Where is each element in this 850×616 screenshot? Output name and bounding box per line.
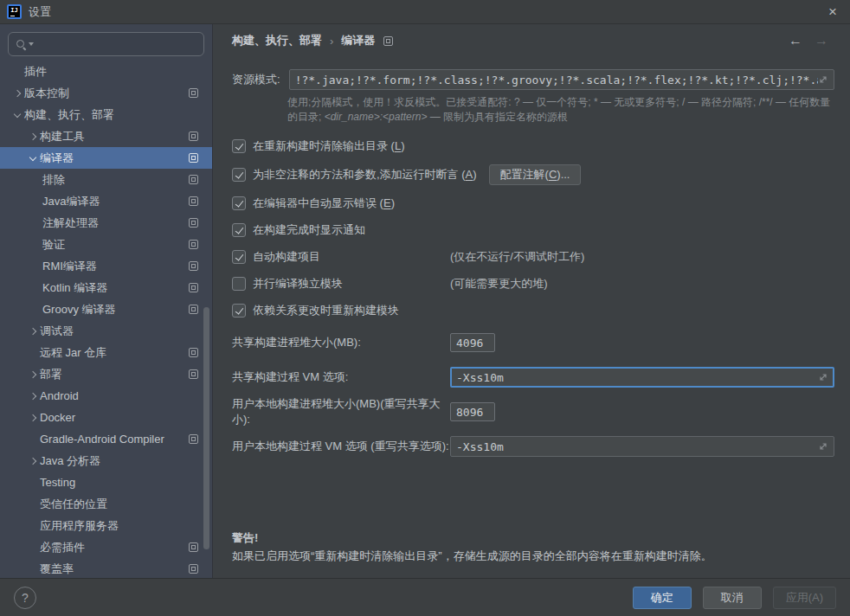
sidebar-item-compiler[interactable]: 编译器 [0, 147, 212, 169]
help-button[interactable]: ? [14, 587, 36, 609]
user-vm-options-row: 用户本地构建过程 VM 选项 (重写共享选项): -Xss10m [232, 435, 834, 458]
monitor-icon [189, 348, 198, 357]
sidebar-item-testing[interactable]: Testing [0, 472, 212, 493]
dialog-footer: ? 确定 取消 应用(A) [0, 578, 850, 616]
monitor-icon [189, 305, 198, 314]
checkbox-note: (仅在不运行/不调试时工作) [450, 249, 584, 265]
expand-icon[interactable] [818, 441, 828, 452]
sidebar-item-trusted-locations[interactable]: 受信任的位置 [0, 493, 212, 515]
checkbox-note: (可能需要更大的堆) [450, 276, 548, 292]
shared-vm-options-field[interactable]: -Xss10m [450, 367, 834, 388]
checkbox-row-build-notification: 在构建完成时显示通知 [232, 221, 834, 239]
resource-patterns-help: 使用;分隔模式，使用！求反模式。已接受通配符: ? — 仅一个符号; * — 无… [287, 95, 834, 125]
user-heap-size-input[interactable] [450, 402, 495, 421]
sidebar-item-debugger[interactable]: 调试器 [0, 320, 212, 342]
expand-icon[interactable] [818, 372, 828, 382]
breadcrumb-separator: › [330, 35, 333, 48]
sidebar-item-required-plugins[interactable]: 必需插件 [0, 536, 212, 558]
main-area: 插件 版本控制 构建、执行、部署 构建工具 编译器 排除 Java编译器 注解处… [0, 24, 850, 578]
breadcrumb-page: 编译器 [341, 33, 375, 48]
warning-text: 如果已启用选项“重新构建时清除输出目录”，存储生成源的目录的全部内容将在重新构建… [232, 549, 834, 564]
chevron-down-icon [28, 152, 40, 164]
checkbox-row-runtime-assertions: 为非空注释的方法和参数,添加运行时断言 (A) 配置注解(C)... [232, 164, 834, 185]
chevron-right-icon [12, 87, 24, 99]
search-input[interactable] [38, 38, 196, 51]
compile-parallel-checkbox[interactable] [232, 277, 246, 291]
sidebar-item-remote-jar-repositories[interactable]: 远程 Jar 仓库 [0, 342, 212, 363]
chevron-right-icon [28, 390, 40, 402]
show-errors-checkbox[interactable] [232, 196, 246, 210]
settings-content: 构建、执行、部署 › 编译器 ← → 资源模式: !?*.java;!?*.fo… [212, 24, 850, 578]
breadcrumb: 构建、执行、部署 › 编译器 ← → [213, 24, 850, 57]
checkbox-row-clear-output: 在重新构建时清除输出目录 (L) [232, 138, 834, 155]
sidebar-item-application-servers[interactable]: 应用程序服务器 [0, 515, 212, 536]
sidebar-item-version-control[interactable]: 版本控制 [0, 82, 212, 104]
shared-vm-options-row: 共享构建过程 VM 选项: -Xss10m [232, 366, 834, 388]
intellij-logo-icon: IJ [7, 4, 22, 19]
user-vm-options-label: 用户本地构建过程 VM 选项 (重写共享选项): [232, 439, 450, 454]
checkbox-label: 并行编译独立模块 [253, 276, 343, 292]
checkbox-row-show-errors: 在编辑器中自动显示错误 (E) [232, 195, 834, 212]
search-options-caret-icon [29, 42, 34, 46]
configure-annotations-button[interactable]: 配置注解(C)... [489, 164, 582, 185]
forward-button[interactable]: → [808, 33, 834, 48]
sidebar-item-plugins[interactable]: 插件 [0, 61, 212, 82]
warning-title: 警告! [232, 530, 834, 546]
checkbox-row-compile-parallel: 并行编译独立模块 (可能需要更大的堆) [232, 275, 834, 292]
monitor-icon [189, 542, 198, 552]
warning-block: 警告! 如果已启用选项“重新构建时清除输出目录”，存储生成源的目录的全部内容将在… [232, 530, 834, 578]
checkbox-row-rebuild-on-dependency-change: 依赖关系更改时重新构建模块 [232, 302, 834, 319]
sidebar-scrollbar[interactable] [203, 307, 209, 549]
sidebar-item-build-tools[interactable]: 构建工具 [0, 125, 212, 147]
checkbox-label: 为非空注释的方法和参数,添加运行时断言 (A) [253, 167, 477, 183]
sidebar-item-rmi-compiler[interactable]: RMI编译器 [0, 255, 212, 277]
checkbox-label: 依赖关系更改时重新构建模块 [253, 303, 399, 318]
title-bar: IJ 设置 × [0, 0, 850, 24]
sidebar-item-java-compiler[interactable]: Java编译器 [0, 190, 212, 212]
sidebar-item-docker[interactable]: Docker [0, 407, 212, 428]
monitor-icon [189, 564, 198, 574]
expand-icon[interactable] [818, 74, 828, 85]
close-icon[interactable]: × [821, 2, 845, 22]
breadcrumb-section[interactable]: 构建、执行、部署 [232, 33, 322, 48]
compiler-settings-form: 资源模式: !?*.java;!?*.form;!?*.class;!?*.gr… [213, 57, 850, 578]
search-icon [16, 39, 27, 50]
sidebar-item-validation[interactable]: 验证 [0, 234, 212, 255]
monitor-icon [189, 434, 198, 444]
monitor-icon [189, 261, 198, 271]
sidebar-item-kotlin-compiler[interactable]: Kotlin 编译器 [0, 277, 212, 298]
sidebar-item-coverage[interactable]: 覆盖率 [0, 558, 212, 578]
sidebar-item-android[interactable]: Android [0, 385, 212, 407]
shared-vm-options-label: 共享构建过程 VM 选项: [232, 369, 450, 385]
sidebar-item-build-execution-deployment[interactable]: 构建、执行、部署 [0, 104, 212, 125]
build-automatically-checkbox[interactable] [232, 250, 246, 264]
checkbox-label: 在构建完成时显示通知 [253, 222, 365, 238]
runtime-assertions-checkbox[interactable] [232, 168, 246, 182]
monitor-icon [189, 153, 198, 163]
checkbox-label: 自动构建项目 [253, 249, 320, 265]
user-vm-options-field[interactable]: -Xss10m [450, 436, 834, 457]
checkbox-label: 在重新构建时清除输出目录 (L) [253, 138, 405, 154]
shared-heap-size-label: 共享构建进程堆大小(MB): [232, 335, 450, 350]
chevron-down-icon [12, 109, 24, 121]
cancel-button[interactable]: 取消 [703, 587, 762, 609]
sidebar-item-gradle-android-compiler[interactable]: Gradle-Android Compiler [0, 428, 212, 450]
settings-sidebar: 插件 版本控制 构建、执行、部署 构建工具 编译器 排除 Java编译器 注解处… [0, 24, 212, 578]
monitor-icon [189, 218, 198, 228]
resource-patterns-field[interactable]: !?*.java;!?*.form;!?*.class;!?*.groovy;!… [289, 69, 834, 90]
ok-button[interactable]: 确定 [633, 587, 692, 609]
rebuild-on-dependency-change-checkbox[interactable] [232, 304, 246, 318]
sidebar-item-excludes[interactable]: 排除 [0, 169, 212, 190]
back-button[interactable]: ← [782, 33, 808, 48]
monitor-icon [189, 196, 198, 206]
sidebar-item-deployment[interactable]: 部署 [0, 363, 212, 385]
sidebar-item-java-profiler[interactable]: Java 分析器 [0, 450, 212, 472]
chevron-right-icon [28, 455, 40, 467]
sidebar-item-annotation-processors[interactable]: 注解处理器 [0, 212, 212, 234]
sidebar-item-groovy-compiler[interactable]: Groovy 编译器 [0, 298, 212, 320]
shared-heap-size-input[interactable] [450, 333, 495, 352]
settings-search-box[interactable] [8, 32, 204, 56]
clear-output-checkbox[interactable] [232, 139, 246, 153]
build-notification-checkbox[interactable] [232, 223, 246, 237]
chevron-right-icon [28, 325, 40, 337]
